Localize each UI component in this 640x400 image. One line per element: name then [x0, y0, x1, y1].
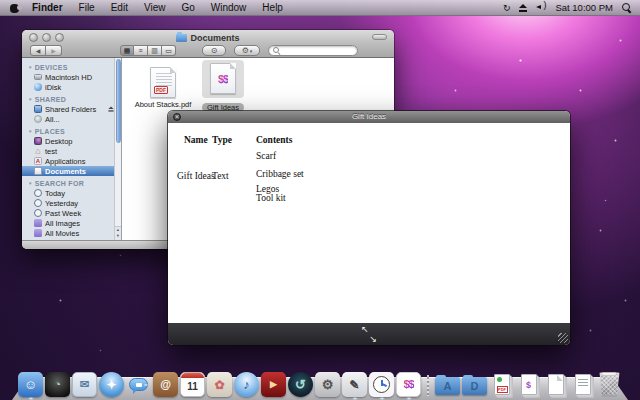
sidebar-item-idisk[interactable]: iDisk [22, 82, 121, 92]
sidebar-item-today[interactable]: Today [22, 188, 121, 198]
spotlight-icon[interactable] [622, 3, 632, 13]
dock-time-machine[interactable]: ↺ [288, 372, 313, 397]
sidebar-section-search-for[interactable]: ▼SEARCH FOR [22, 179, 121, 188]
photo-icon: ✿ [207, 372, 232, 397]
sidebar-item-label: Shared Folders [45, 105, 96, 114]
finder-titlebar[interactable]: Documents ◀ ▶ ▦ ≡ ▥ ▭ ⊙ ⚙ ▾ [22, 30, 394, 58]
fullscreen-icon[interactable]: ↖ ↘ [362, 327, 376, 341]
sidebar-item-all-images[interactable]: All Images [22, 218, 121, 228]
idisk-icon [34, 83, 42, 91]
sidebar-item-all-movies[interactable]: All Movies [22, 228, 121, 238]
dock-clock-app[interactable] [369, 372, 394, 397]
dock-address-book[interactable]: @ [153, 372, 178, 397]
row-type-cell: Text [212, 171, 229, 181]
dock-stack-notes[interactable] [570, 372, 595, 397]
back-button[interactable]: ◀ [30, 45, 46, 56]
icon-view-button[interactable]: ▦ [120, 45, 134, 56]
sidebar-item-home[interactable]: ⌂test [22, 146, 121, 156]
menu-edit[interactable]: Edit [103, 0, 136, 16]
menu-go[interactable]: Go [173, 0, 202, 16]
finder-toolbar: ◀ ▶ ▦ ≡ ▥ ▭ ⊙ ⚙ ▾ [22, 43, 394, 58]
sidebar-item-documents-selected[interactable]: Documents [22, 166, 121, 176]
sidebar-item-all[interactable]: All... [22, 114, 121, 124]
sidebar-section-shared[interactable]: ▼SHARED [22, 95, 121, 104]
gear-icon: ⚙ [242, 46, 249, 55]
document-stack-icon [570, 372, 595, 397]
menu-bar-left: Finder File Edit View Go Window Help [0, 0, 291, 15]
coverflow-view-button[interactable]: ▭ [162, 45, 176, 56]
document-stack-icon [543, 372, 568, 397]
dock-itunes[interactable]: ♪ [234, 372, 259, 397]
quicklook-button[interactable]: ⊙ [202, 45, 226, 56]
file-about-stacks-pdf[interactable]: PDF About Stacks.pdf [134, 64, 192, 109]
clock-icon [34, 199, 42, 207]
stack-page [575, 374, 591, 395]
dock-stack-pages[interactable] [543, 372, 568, 397]
scrollbar-arrows[interactable]: ▴▾ [115, 226, 121, 240]
safari-compass-icon: ✦ [99, 372, 124, 397]
sidebar-item-macintosh-hd[interactable]: Macintosh HD [22, 72, 121, 82]
dock-drafting-app[interactable]: ✎ [342, 372, 367, 397]
menu-help[interactable]: Help [254, 0, 291, 16]
bonjour-all-icon [34, 115, 42, 123]
folder-icon [176, 34, 187, 42]
dock-trash[interactable] [597, 372, 622, 397]
apple-menu-icon[interactable] [9, 2, 20, 14]
sidebar-item-applications[interactable]: AApplications [22, 156, 121, 166]
shared-computer-icon [34, 105, 42, 113]
dock-mail[interactable]: ✉ [72, 372, 97, 397]
dock-iphoto[interactable]: ✿ [207, 372, 232, 397]
window-title: Documents [190, 33, 239, 43]
search-icon [273, 47, 280, 54]
dock-documents-folder[interactable]: D [462, 377, 487, 397]
menu-clock[interactable]: Sat 10:00 PM [555, 2, 613, 13]
desktop-icon [34, 137, 42, 145]
sync-status-icon[interactable]: ↻ [503, 0, 511, 16]
sidebar-item-yesterday[interactable]: Yesterday [22, 198, 121, 208]
sidebar-item-shared-folders[interactable]: Shared Folders [22, 104, 121, 114]
dock-ichat[interactable] [126, 372, 151, 397]
toolbar-toggle-button[interactable] [372, 34, 387, 40]
column-view-button[interactable]: ▥ [148, 45, 162, 56]
dock-ical[interactable]: 11 [180, 372, 205, 397]
clock-icon [34, 209, 42, 217]
sidebar-item-past-week[interactable]: Past Week [22, 208, 121, 218]
search-field[interactable] [268, 45, 358, 56]
expand-arrow-se: ↘ [369, 334, 377, 344]
dashboard-icon: ◔ [45, 372, 70, 397]
volume-icon[interactable] [536, 3, 546, 12]
dock-safari[interactable]: ✦ [99, 372, 124, 397]
document-stack-icon [489, 372, 514, 397]
dock-system-preferences[interactable]: ⚙ [315, 372, 340, 397]
dock-stack-downloads[interactable] [489, 372, 514, 397]
action-menu-button[interactable]: ⚙ ▾ [234, 45, 260, 56]
dock-gift-ideas-doc[interactable]: $$ [396, 372, 421, 397]
menu-view[interactable]: View [136, 0, 174, 16]
menu-window[interactable]: Window [203, 0, 255, 16]
menu-file[interactable]: File [71, 0, 103, 16]
forward-button[interactable]: ▶ [46, 45, 62, 56]
menu-bar: Finder File Edit View Go Window Help ↻ S… [0, 0, 640, 16]
music-note-icon: ♪ [234, 372, 259, 397]
dock-front-row[interactable]: ▶ [261, 372, 286, 397]
sidebar-section-places[interactable]: ▼PLACES [22, 127, 121, 136]
resize-grip[interactable] [558, 333, 568, 343]
sidebar-item-desktop[interactable]: Desktop [22, 136, 121, 146]
menu-app-name[interactable]: Finder [24, 0, 71, 16]
file-gift-ideas-selected[interactable]: $$ Gift Ideas [194, 60, 252, 114]
quicklook-titlebar[interactable]: ✕ Gift Ideas [168, 111, 570, 123]
section-label: SHARED [35, 96, 66, 103]
sidebar-scrollbar[interactable]: ▴▾ [114, 58, 121, 240]
column-header-type: Type [212, 135, 232, 145]
eject-icon[interactable] [519, 4, 527, 12]
dock-applications-folder[interactable]: A [435, 377, 460, 397]
sidebar-section-devices[interactable]: ▼DEVICES [22, 63, 121, 72]
dock-dashboard[interactable]: ◔ [45, 372, 70, 397]
sidebar-item-label: All Movies [45, 229, 79, 238]
scrollbar-thumb[interactable] [116, 59, 121, 143]
eject-icon[interactable] [108, 106, 113, 111]
dock-finder[interactable]: ☺ [18, 372, 43, 397]
list-view-button[interactable]: ≡ [134, 45, 148, 56]
quicklook-title: Gift Ideas [168, 111, 570, 123]
dock-stack-gift-ideas[interactable]: $ [516, 372, 541, 397]
